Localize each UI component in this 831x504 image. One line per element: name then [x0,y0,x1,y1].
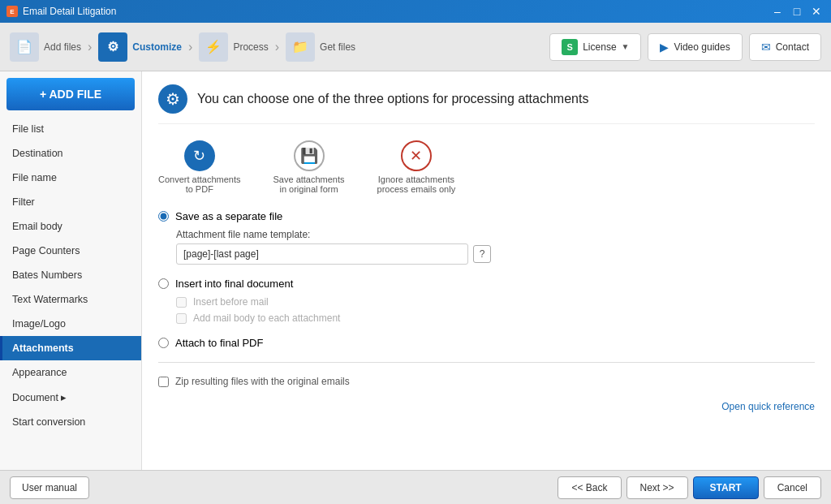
option-convert-to-pdf[interactable]: ↻ Convert attachmentsto PDF [158,140,241,194]
step-get-files-label: Get files [320,41,355,53]
option-convert-label: Convert attachmentsto PDF [158,174,241,194]
step-customize-icon: ⚙ [98,32,127,62]
sidebar-item-destination[interactable]: Destination [0,141,141,166]
insert-final-radio[interactable] [158,278,169,289]
back-button[interactable]: << Back [558,476,621,499]
zip-section: Zip resulting files with the original em… [158,376,815,387]
insert-before-mail-label: Insert before mail [176,296,815,308]
add-file-button[interactable]: + ADD FILE [6,78,135,110]
attachment-template-input[interactable] [176,243,468,265]
content-header: ⚙ You can choose one of the three option… [158,84,815,124]
step-arrow-3: › [275,40,279,54]
attachment-template-label: Attachment file name template: [176,229,815,240]
insert-before-mail-text: Insert before mail [193,296,269,308]
sidebar-item-page-counters[interactable]: Page Counters [0,239,141,263]
insert-final-radio-label[interactable]: Insert into final document [158,278,815,290]
add-mail-body-label: Add mail body to each attachment [176,312,815,324]
sidebar-item-file-name[interactable]: File name [0,166,141,190]
license-label: License [583,41,616,53]
sidebar-item-email-body[interactable]: Email body [0,214,141,239]
sidebar-item-bates-numbers[interactable]: Bates Numbers [0,263,141,287]
sidebar: + ADD FILE File list Destination File na… [0,71,142,470]
license-button[interactable]: S License ▼ [549,33,641,61]
contact-label: Contact [776,41,809,53]
insert-final-label: Insert into final document [175,278,293,290]
sidebar-item-file-list[interactable]: File list [0,117,141,141]
sidebar-item-document[interactable]: Document ▸ [0,385,141,410]
next-button[interactable]: Next >> [626,476,688,499]
zip-checkbox[interactable] [158,377,169,387]
contact-icon: ✉ [761,41,771,54]
zip-checkbox-label[interactable]: Zip resulting files with the original em… [158,376,815,387]
sidebar-item-filter[interactable]: Filter [0,190,141,214]
save-separate-radio-label[interactable]: Save as a separate file [158,210,815,222]
cancel-button[interactable]: Cancel [764,476,821,499]
insert-final-indent: Insert before mail Add mail body to each… [176,296,815,324]
content-gear-icon: ⚙ [158,84,187,114]
add-mail-body-checkbox [176,313,187,324]
step-arrow-2: › [188,40,192,54]
attach-final-section: Attach to final PDF [158,337,815,349]
divider [158,362,815,363]
sidebar-item-image-logo[interactable]: Image/Logo [0,312,141,336]
title-bar-left: E Email Detail Litigation [6,6,116,17]
sidebar-item-start-conversion[interactable]: Start conversion [0,410,141,434]
zip-label: Zip resulting files with the original em… [175,376,350,387]
quick-ref-row: Open quick reference [158,400,815,412]
license-icon: S [562,39,578,55]
video-guides-button[interactable]: ▶ Video guides [648,33,742,61]
content-area: ⚙ You can choose one of the three option… [142,71,831,470]
step-add-files[interactable]: 📄 Add files [10,32,81,62]
toolbar-steps: 📄 Add files › ⚙ Customize › ⚡ Process › … [10,32,355,62]
main-layout: + ADD FILE File list Destination File na… [0,71,831,470]
step-get-files[interactable]: 📁 Get files [286,32,355,62]
step-process[interactable]: ⚡ Process [199,32,268,62]
save-separate-section: Save as a separate file Attachment file … [158,210,815,265]
start-button[interactable]: START [693,476,759,499]
option-convert-icon: ↻ [184,140,215,171]
step-add-files-icon: 📄 [10,32,39,62]
video-icon: ▶ [660,41,669,54]
sidebar-item-appearance[interactable]: Appearance [0,360,141,385]
insert-before-mail-checkbox [176,297,187,308]
quick-ref-link[interactable]: Open quick reference [721,401,815,412]
options-row: ↻ Convert attachmentsto PDF 💾 Save attac… [158,140,815,194]
license-dropdown-arrow: ▼ [622,42,630,51]
step-process-label: Process [233,41,268,53]
app-icon: E [6,6,18,17]
attach-final-radio-label[interactable]: Attach to final PDF [158,337,815,349]
video-guides-label: Video guides [674,41,730,53]
sidebar-item-text-watermarks[interactable]: Text Watermarks [0,287,141,312]
attachment-template-row: ? [176,243,815,265]
content-header-title: You can choose one of the three options … [197,92,588,106]
save-separate-label: Save as a separate file [175,210,282,222]
toolbar-actions: S License ▼ ▶ Video guides ✉ Contact [549,33,821,61]
step-add-files-label: Add files [44,41,81,53]
attach-final-radio[interactable] [158,338,169,348]
nav-buttons: << Back Next >> START Cancel [558,476,821,499]
close-button[interactable]: ✕ [808,4,825,19]
option-save-icon: 💾 [294,140,325,171]
sidebar-item-attachments[interactable]: Attachments [0,336,141,360]
option-save-original[interactable]: 💾 Save attachmentsin original form [273,140,345,194]
save-separate-radio[interactable] [158,211,169,222]
option-ignore-attachments[interactable]: ✕ Ignore attachmentsprocess emails only [377,140,456,194]
add-mail-body-text: Add mail body to each attachment [193,312,340,324]
minimize-button[interactable]: – [769,4,786,19]
attach-final-label: Attach to final PDF [175,337,263,349]
step-process-icon: ⚡ [199,32,228,62]
user-manual-button[interactable]: User manual [10,476,89,499]
step-customize[interactable]: ⚙ Customize [98,32,182,62]
step-arrow-1: › [88,40,92,54]
app-title: Email Detail Litigation [23,6,116,17]
step-get-files-icon: 📁 [286,32,315,62]
toolbar: 📄 Add files › ⚙ Customize › ⚡ Process › … [0,23,831,71]
option-save-label: Save attachmentsin original form [273,174,345,194]
bottom-bar: User manual << Back Next >> START Cancel [0,470,831,504]
help-button[interactable]: ? [473,245,491,263]
title-bar: E Email Detail Litigation – □ ✕ [0,0,831,23]
contact-button[interactable]: ✉ Contact [749,33,821,61]
insert-final-section: Insert into final document Insert before… [158,278,815,324]
title-controls: – □ ✕ [769,4,825,19]
restore-button[interactable]: □ [789,4,805,19]
